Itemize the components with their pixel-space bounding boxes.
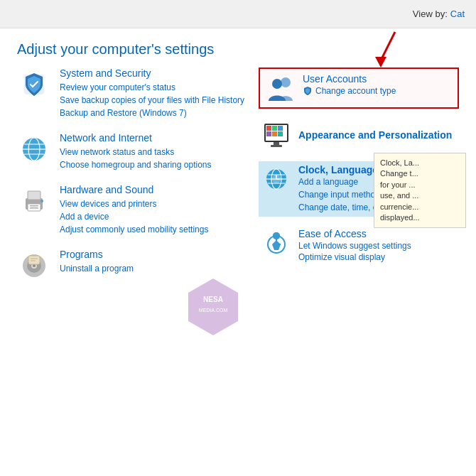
ease-of-access-heading[interactable]: Ease of Access <box>298 228 411 239</box>
appearance-text: Appearance and Personalization <box>298 129 452 141</box>
svg-rect-9 <box>30 205 38 207</box>
hardware-link-2[interactable]: Add a device <box>60 210 208 223</box>
svg-marker-46 <box>188 278 238 335</box>
network-link-1[interactable]: View network status and tasks <box>60 146 211 158</box>
programs-link-1[interactable]: Uninstall a program <box>60 262 134 275</box>
programs-text: Programs Uninstall a program <box>60 249 134 275</box>
view-by-container: View by: Cat <box>413 9 465 19</box>
hardware-sound-heading[interactable]: Hardware and Sound <box>60 184 208 195</box>
category-hardware-sound: Hardware and Sound View devices and prin… <box>17 184 259 236</box>
left-column: System and Security Review your computer… <box>17 67 259 283</box>
system-security-link-3[interactable]: Backup and Restore (Windows 7) <box>60 107 244 119</box>
system-security-link-2[interactable]: Save backup copies of your files with Fi… <box>60 94 244 107</box>
network-internet-icon <box>17 132 51 166</box>
system-security-icon <box>17 67 51 102</box>
appearance-icon <box>261 120 291 150</box>
system-security-link-1[interactable]: Review your computer's status <box>60 81 244 94</box>
page-title: Adjust your computer's settings <box>0 28 476 67</box>
svg-rect-16 <box>28 256 40 264</box>
user-accounts-icon <box>266 73 296 103</box>
svg-text:NESA: NESA <box>203 296 223 303</box>
svg-rect-29 <box>272 131 277 136</box>
svg-rect-32 <box>271 145 282 147</box>
svg-rect-7 <box>28 191 40 200</box>
ease-of-access-icon <box>261 228 291 258</box>
main-content: System and Security Review your computer… <box>0 67 476 283</box>
ease-link-1[interactable]: Let Windows suggest settings <box>298 241 411 251</box>
svg-point-15 <box>33 264 36 267</box>
ease-of-access-text: Ease of Access Let Windows suggest setti… <box>298 228 411 262</box>
hardware-sound-text: Hardware and Sound View devices and prin… <box>60 184 208 236</box>
red-arrow-annotation <box>359 28 402 71</box>
svg-point-22 <box>272 79 282 89</box>
svg-rect-27 <box>278 126 283 131</box>
hardware-sound-icon <box>17 184 51 218</box>
ease-link-2[interactable]: Optimize visual display <box>298 252 411 262</box>
tooltip-box: Clock, La...Change t...for your ...use, … <box>374 153 466 228</box>
category-system-security: System and Security Review your computer… <box>17 67 259 119</box>
svg-rect-25 <box>266 126 271 131</box>
appearance-heading[interactable]: Appearance and Personalization <box>298 129 452 141</box>
network-internet-text: Network and Internet View network status… <box>60 132 211 171</box>
right-column: User Accounts Change account type <box>259 67 459 283</box>
hardware-link-3[interactable]: Adjust commonly used mobility settings <box>60 223 208 236</box>
view-by-label: View by: <box>413 9 448 19</box>
svg-rect-10 <box>30 207 38 209</box>
change-account-type-text[interactable]: Change account type <box>315 86 396 96</box>
top-bar: View by: Cat <box>0 0 476 28</box>
tooltip-text: Clock, La...Change t...for your ...use, … <box>380 158 420 222</box>
svg-point-11 <box>40 200 43 202</box>
network-link-2[interactable]: Choose homegroup and sharing options <box>60 158 211 171</box>
svg-rect-30 <box>278 131 283 136</box>
programs-heading[interactable]: Programs <box>60 249 134 260</box>
user-accounts-item: User Accounts Change account type <box>259 67 459 109</box>
clock-language-icon <box>261 164 291 194</box>
appearance-item: Appearance and Personalization <box>259 117 459 153</box>
svg-text:MEDIA.COM: MEDIA.COM <box>199 308 228 313</box>
system-security-heading[interactable]: System and Security <box>60 67 244 79</box>
network-internet-heading[interactable]: Network and Internet <box>60 132 211 144</box>
change-account-type-link[interactable]: Change account type <box>303 86 396 96</box>
category-network-internet: Network and Internet View network status… <box>17 132 259 171</box>
system-security-text: System and Security Review your computer… <box>60 67 244 119</box>
svg-rect-31 <box>274 142 279 145</box>
ease-of-access-item: Ease of Access Let Windows suggest setti… <box>259 225 459 265</box>
programs-icon <box>17 249 51 283</box>
svg-line-19 <box>381 32 395 60</box>
watermark: NESA MEDIA.COM <box>181 275 245 341</box>
user-accounts-heading[interactable]: User Accounts <box>303 73 396 85</box>
hardware-link-1[interactable]: View devices and printers <box>60 198 208 210</box>
view-by-option[interactable]: Cat <box>450 9 465 19</box>
svg-rect-26 <box>272 126 277 131</box>
user-accounts-text: User Accounts Change account type <box>303 73 396 96</box>
svg-point-21 <box>281 77 291 87</box>
svg-marker-20 <box>375 57 386 67</box>
svg-rect-28 <box>266 131 271 136</box>
